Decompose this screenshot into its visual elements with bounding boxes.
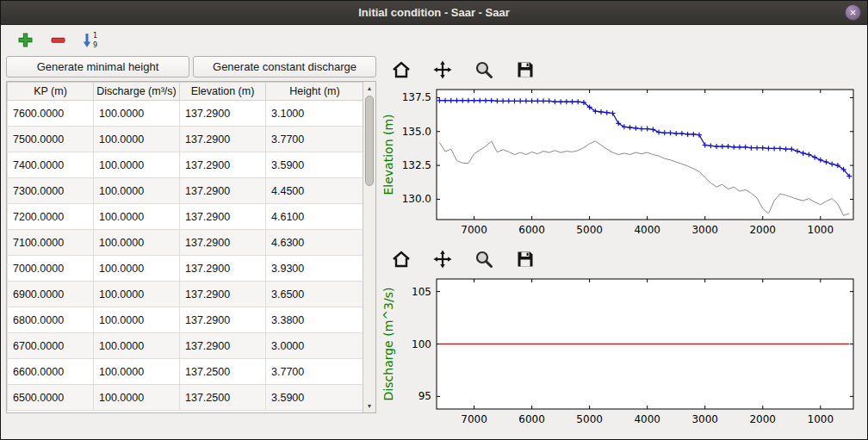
elevation-save-button[interactable] xyxy=(512,58,538,82)
titlebar[interactable]: Initial condition - Saar - Saar × xyxy=(1,1,867,25)
table-cell[interactable]: 100.0000 xyxy=(94,230,180,256)
table-row[interactable]: 7500.0000100.0000137.29003.7700 xyxy=(8,127,363,152)
x-tick-label: 2000 xyxy=(749,413,776,425)
remove-row-button[interactable] xyxy=(46,28,70,51)
table-row[interactable]: 7400.0000100.0000137.29003.5900 xyxy=(8,152,363,178)
table-cell[interactable]: 100.0000 xyxy=(94,359,180,385)
elevation-zoom-button[interactable] xyxy=(471,58,497,82)
table-cell[interactable]: 7400.0000 xyxy=(8,152,94,178)
discharge-home-button[interactable] xyxy=(388,247,414,271)
discharge-plot[interactable]: 700060005000400030002000100095100105Disc… xyxy=(381,273,860,431)
table-cell[interactable]: 137.2500 xyxy=(180,359,266,385)
table-cell[interactable]: 6500.0000 xyxy=(8,385,94,411)
scrollbar-thumb[interactable] xyxy=(365,96,374,186)
y-tick-label: 132.5 xyxy=(402,159,431,171)
close-button[interactable]: × xyxy=(845,4,861,21)
column-header-kp[interactable]: KP (m) xyxy=(8,83,94,101)
table-cell[interactable]: 100.0000 xyxy=(94,101,180,127)
column-header-height[interactable]: Height (m) xyxy=(266,83,363,101)
table-cell[interactable]: 100.0000 xyxy=(94,385,180,411)
scrollbar-down-icon[interactable]: ▼ xyxy=(363,400,375,412)
table-row[interactable]: 6900.0000100.0000137.29003.6500 xyxy=(8,282,363,307)
table-cell[interactable]: 7200.0000 xyxy=(8,204,94,230)
table-cell[interactable]: 4.4500 xyxy=(266,178,363,204)
table-cell[interactable]: 137.2900 xyxy=(180,282,266,307)
window: Initial condition - Saar - Saar × 1 9 xyxy=(0,0,868,440)
column-header-elevation[interactable]: Elevation (m) xyxy=(180,83,266,101)
table-row[interactable]: 6700.0000100.0000137.29003.0000 xyxy=(8,333,363,359)
table-cell[interactable]: 100.0000 xyxy=(94,256,180,282)
scrollbar-track[interactable] xyxy=(363,95,375,400)
table-cell[interactable]: 3.5900 xyxy=(266,152,363,178)
table-cell[interactable]: 3.5900 xyxy=(266,385,363,411)
table-cell[interactable]: 137.2900 xyxy=(180,101,266,127)
elevation-pan-button[interactable] xyxy=(430,58,456,82)
table-cell[interactable]: 100.0000 xyxy=(94,127,180,152)
table-cell[interactable]: 3.9300 xyxy=(266,256,363,282)
discharge-chart-toolbar xyxy=(381,245,862,273)
table-cell[interactable]: 3.1000 xyxy=(266,101,363,127)
table-cell[interactable]: 137.2900 xyxy=(180,178,266,204)
discharge-zoom-button[interactable] xyxy=(471,247,497,271)
table-cell[interactable]: 3.6500 xyxy=(266,282,363,307)
discharge-save-button[interactable] xyxy=(512,247,538,271)
table-cell[interactable]: 7100.0000 xyxy=(8,230,94,256)
elevation-home-button[interactable] xyxy=(388,58,414,82)
y-tick-label: 95 xyxy=(418,390,431,402)
table-header-row: KP (m) Discharge (m³/s) Elevation (m) He… xyxy=(8,83,363,101)
table-cell[interactable]: 3.3800 xyxy=(266,307,363,333)
table-cell[interactable]: 100.0000 xyxy=(94,178,180,204)
table-cell[interactable]: 137.2900 xyxy=(180,230,266,256)
table-cell[interactable]: 4.6100 xyxy=(266,204,363,230)
table-row[interactable]: 6600.0000100.0000137.25003.7700 xyxy=(8,359,363,385)
table-cell[interactable]: 7000.0000 xyxy=(8,256,94,282)
table-cell[interactable]: 137.2900 xyxy=(180,127,266,152)
sort-button[interactable]: 1 9 xyxy=(78,28,102,51)
table-cell[interactable]: 137.2900 xyxy=(180,204,266,230)
table-cell[interactable]: 137.2900 xyxy=(180,256,266,282)
add-row-button[interactable] xyxy=(13,28,37,51)
table-cell[interactable]: 7500.0000 xyxy=(8,127,94,152)
table-cell[interactable]: 100.0000 xyxy=(94,282,180,307)
table-cell[interactable]: 4.6300 xyxy=(266,230,363,256)
table-row[interactable]: 6500.0000100.0000137.25003.5900 xyxy=(8,385,363,411)
table-cell[interactable]: 3.7700 xyxy=(266,359,363,385)
x-tick-label: 3000 xyxy=(691,413,718,425)
x-tick-label: 7000 xyxy=(461,224,487,236)
table-cell[interactable]: 100.0000 xyxy=(94,204,180,230)
table-cell[interactable]: 137.2500 xyxy=(180,385,266,411)
table-cell[interactable]: 3.0000 xyxy=(266,333,363,359)
table-scrollbar[interactable]: ▲ ▼ xyxy=(363,82,375,412)
table-cell[interactable]: 100.0000 xyxy=(94,307,180,333)
table-row[interactable]: 7000.0000100.0000137.29003.9300 xyxy=(8,256,363,282)
scrollbar-up-icon[interactable]: ▲ xyxy=(363,82,375,95)
table-cell[interactable]: 100.0000 xyxy=(94,333,180,359)
generate-minimal-height-button[interactable]: Generate minimal height xyxy=(6,56,189,77)
table-cell[interactable]: 137.2900 xyxy=(180,333,266,359)
table-row[interactable]: 7300.0000100.0000137.29004.4500 xyxy=(8,178,363,204)
table-cell[interactable]: 6900.0000 xyxy=(8,282,94,307)
table-cell[interactable]: 6800.0000 xyxy=(8,307,94,333)
table-cell[interactable]: 7300.0000 xyxy=(8,178,94,204)
table-row[interactable]: 7200.0000100.0000137.29004.6100 xyxy=(8,204,363,230)
svg-text:1: 1 xyxy=(93,32,97,40)
x-tick-label: 1000 xyxy=(808,224,834,236)
table-cell[interactable]: 6600.0000 xyxy=(8,359,94,385)
table-cell[interactable]: 100.0000 xyxy=(94,152,180,178)
table-cell[interactable]: 137.2900 xyxy=(180,152,266,178)
table-cell[interactable]: 6700.0000 xyxy=(8,333,94,359)
pan-icon xyxy=(432,249,453,270)
table-row[interactable]: 7600.0000100.0000137.29003.1000 xyxy=(8,101,363,127)
pan-icon xyxy=(432,59,453,80)
discharge-pan-button[interactable] xyxy=(430,247,456,271)
elevation-plot[interactable]: 7000600050004000300020001000130.0132.513… xyxy=(381,84,860,242)
content-area: Generate minimal height Generate constan… xyxy=(1,54,867,439)
generate-constant-discharge-button[interactable]: Generate constant discharge xyxy=(193,56,376,77)
table-cell[interactable]: 7600.0000 xyxy=(8,101,94,127)
table-cell[interactable]: 3.7700 xyxy=(266,127,363,152)
table-cell[interactable]: 137.2900 xyxy=(180,307,266,333)
column-header-discharge[interactable]: Discharge (m³/s) xyxy=(94,83,180,101)
table-row[interactable]: 6800.0000100.0000137.29003.3800 xyxy=(8,307,363,333)
close-icon: × xyxy=(850,7,857,18)
table-row[interactable]: 7100.0000100.0000137.29004.6300 xyxy=(8,230,363,256)
